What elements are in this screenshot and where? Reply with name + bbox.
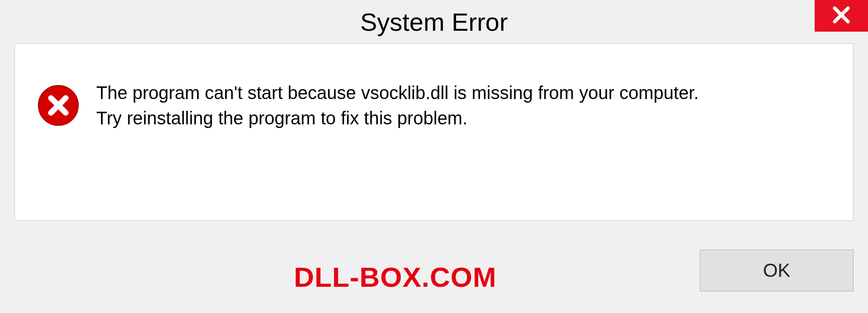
close-button[interactable] [815,0,868,32]
close-icon [831,5,851,27]
ok-button-label: OK [763,260,791,281]
dialog-content: The program can't start because vsocklib… [14,43,854,221]
ok-button[interactable]: OK [700,250,854,291]
titlebar: System Error [0,0,868,43]
dialog-message: The program can't start because vsocklib… [96,80,699,131]
dialog-title: System Error [360,7,508,37]
error-dialog: System Error The program can't start bec… [0,0,868,313]
watermark-text: DLL-BOX.COM [294,261,496,293]
error-icon [37,84,80,129]
dialog-footer: DLL-BOX.COM OK [0,221,868,311]
